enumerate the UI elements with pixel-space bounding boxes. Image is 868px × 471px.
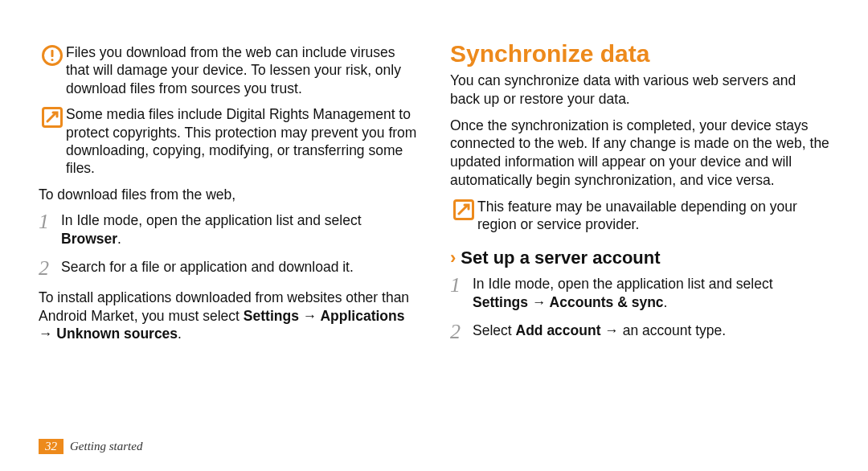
note-icon (450, 198, 477, 220)
note-icon (39, 105, 66, 128)
page-footer: 32 Getting started (39, 437, 142, 455)
install-c: . (178, 326, 182, 342)
r-step2-b: Add account (516, 322, 601, 338)
right-step-1: 1 In Idle mode, open the application lis… (450, 275, 829, 312)
r-step1-a: In Idle mode, open the application list … (473, 276, 773, 292)
step-number: 1 (450, 275, 473, 296)
chevron-right-icon: › (450, 248, 456, 268)
step-body: In Idle mode, open the application list … (61, 211, 418, 248)
manual-page: Files you download from the web can incl… (0, 0, 868, 471)
step-body: Select Add account → an account type. (473, 322, 726, 340)
left-step-2: 2 Search for a file or application and d… (39, 258, 418, 279)
right-step-2: 2 Select Add account → an account type. (450, 322, 829, 342)
left-column: Files you download from the web can incl… (39, 40, 418, 352)
step-body: In Idle mode, open the application list … (473, 275, 829, 312)
step1-bold: Browser (61, 231, 117, 247)
warning-icon (39, 43, 66, 66)
step1-part-c: . (117, 231, 121, 247)
step-number: 1 (39, 211, 61, 232)
section-heading: Synchronize data (450, 40, 829, 67)
drm-text: Some media files include Digital Rights … (66, 105, 418, 178)
sync-p2: Once the synchronization is completed, y… (450, 117, 829, 190)
r-step1-b: Settings → Accounts & sync (473, 294, 664, 310)
warning-note: Files you download from the web can incl… (39, 43, 418, 97)
install-note: To install applications downloaded from … (39, 289, 418, 343)
step-number: 2 (39, 258, 61, 279)
availability-note: This feature may be unavailable dependin… (450, 198, 829, 234)
drm-note: Some media files include Digital Rights … (39, 105, 418, 178)
subsection-heading: ›Set up a server account (450, 248, 829, 268)
step-number: 2 (450, 322, 473, 342)
section-breadcrumb: Getting started (70, 440, 142, 453)
download-intro: To download files from the web, (39, 186, 418, 204)
warning-text: Files you download from the web can incl… (66, 43, 418, 97)
availability-text: This feature may be unavailable dependin… (477, 198, 829, 234)
right-column: Synchronize data You can synchronize dat… (450, 40, 829, 352)
page-number: 32 (39, 439, 63, 454)
step-body: Search for a file or application and dow… (61, 258, 354, 276)
left-step-1: 1 In Idle mode, open the application lis… (39, 211, 418, 248)
r-step2-a: Select (473, 322, 516, 338)
two-column-layout: Files you download from the web can incl… (39, 40, 829, 352)
sync-p1: You can synchronize data with various we… (450, 72, 829, 109)
step1-part-a: In Idle mode, open the application list … (61, 212, 362, 228)
r-step2-c: → an account type. (600, 322, 726, 338)
r-step1-c: . (664, 294, 668, 310)
subsection-title: Set up a server account (461, 248, 660, 268)
